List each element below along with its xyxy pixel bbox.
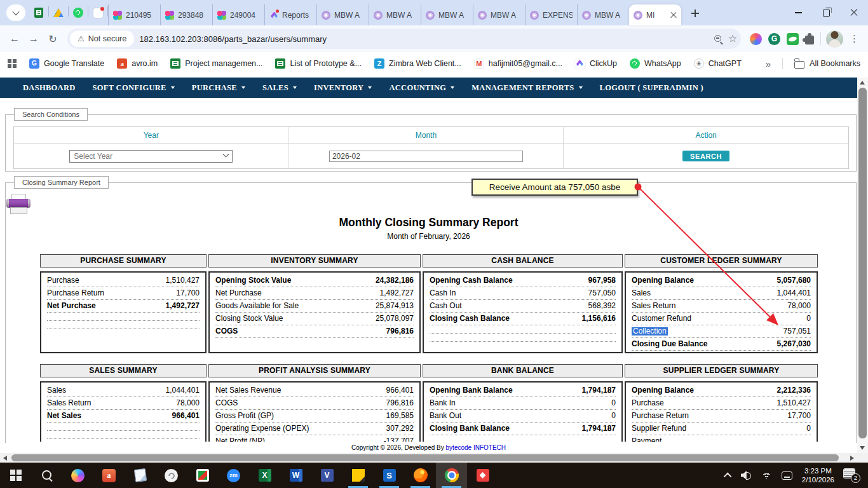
bookmark-item[interactable]: List of Prototype &... [275, 58, 362, 69]
browser-tab[interactable]: MI [629, 4, 681, 25]
taskbar-clock[interactable]: 3:23 PM 2/10/2026 [802, 466, 834, 484]
all-bookmarks-button[interactable]: All Bookmarks [794, 59, 860, 69]
adblock-icon[interactable] [787, 33, 799, 45]
browser-tab[interactable]: MBW A [577, 4, 629, 25]
bookmark-item[interactable]: ClickUp [575, 58, 617, 69]
volume-icon[interactable] [741, 471, 752, 480]
taskbar-bijoy-icon[interactable] [187, 463, 218, 488]
bookmark-item[interactable]: WhatsApp [630, 58, 681, 69]
taskbar-zoom-icon[interactable]: zm [218, 463, 249, 488]
profile-avatar[interactable] [826, 30, 843, 48]
reload-button[interactable]: ↻ [43, 29, 62, 48]
browser-tab[interactable]: MBW A [421, 4, 473, 25]
search-conditions-table: Year Month Action Select Year SEARCH [13, 126, 849, 169]
developer-link[interactable]: bytecode INFOTECH [446, 444, 506, 451]
browser-tab[interactable]: MBW A [316, 4, 369, 25]
tray-chevron-up-icon[interactable] [724, 472, 732, 480]
vertical-scroll-thumb[interactable] [858, 88, 867, 438]
nav-item[interactable]: MANAGEMENT REPORTS [471, 83, 582, 93]
apps-grid-icon[interactable] [8, 59, 17, 68]
wifi-icon[interactable] [761, 471, 772, 480]
row-value: 169,585 [386, 412, 414, 420]
browser-tab[interactable]: Reports [264, 4, 316, 25]
browser-tab[interactable]: 293848 [160, 4, 212, 25]
maximize-button[interactable] [812, 1, 840, 24]
row-value: -137,707 [384, 437, 414, 442]
pinned-tabs [29, 0, 108, 25]
scroll-up-icon[interactable] [860, 81, 865, 85]
taskbar-copilot-icon[interactable] [62, 463, 93, 488]
bookmark-item[interactable]: hafijmit05@gmail.c... [474, 58, 562, 69]
forward-button[interactable]: → [24, 29, 43, 48]
browser-tab[interactable]: 249004 [212, 4, 264, 25]
ime-keyboard-icon[interactable] [782, 471, 792, 480]
table-row: Cash Out 568,392 [430, 300, 616, 313]
bookmark-item[interactable]: Google Translate [29, 58, 104, 69]
nav-item[interactable]: DASHBOARD [23, 83, 76, 93]
zoom-icon[interactable] [714, 34, 723, 44]
tab-favicon [582, 11, 591, 20]
tab-close-icon[interactable] [670, 12, 677, 18]
taskbar-avro-icon[interactable]: a [93, 463, 125, 488]
vertical-scrollbar[interactable] [857, 78, 868, 453]
extensions-puzzle-icon[interactable] [805, 36, 814, 44]
nav-item[interactable]: ACCOUNTING [389, 83, 454, 93]
taskbar-whatsapp-icon[interactable] [156, 463, 187, 488]
back-button[interactable]: ← [5, 29, 24, 48]
url-text[interactable]: 182.163.102.203:8086/parts_bazar/users/s… [139, 34, 708, 44]
bookmark-item[interactable]: Zimbra Web Client... [374, 58, 461, 69]
notification-center-icon[interactable]: 2 [844, 469, 859, 482]
bookmark-item[interactable]: avro.im [117, 58, 158, 69]
scroll-right-icon[interactable] [850, 456, 854, 461]
extension-icon[interactable] [750, 33, 762, 45]
search-button[interactable]: SEARCH [682, 151, 729, 161]
pinned-tab-drive[interactable] [49, 3, 68, 23]
page-content: Search Conditions Year Month Action Sele… [0, 98, 868, 453]
browser-tab[interactable]: MBW A [369, 4, 421, 25]
horizontal-scrollbar[interactable] [0, 453, 868, 463]
taskbar-firefox-icon[interactable] [405, 463, 436, 488]
nav-item[interactable]: INVENTORY [314, 83, 372, 93]
scroll-left-icon[interactable] [3, 456, 7, 461]
browser-tab[interactable]: EXPENS [525, 4, 577, 25]
nav-item[interactable]: SOFT CONFIGURE [93, 83, 175, 93]
nav-item[interactable]: PURCHASE [192, 83, 245, 93]
site-security-chip[interactable]: ⚠ Not secure [70, 30, 134, 47]
browser-tab[interactable]: MBW A [473, 4, 525, 25]
close-button[interactable] [840, 1, 868, 24]
table-row [47, 321, 200, 329]
month-input[interactable] [329, 151, 523, 162]
grammarly-icon[interactable]: G [768, 33, 780, 45]
bookmark-item[interactable]: Project managemen... [170, 58, 262, 69]
tab-search-button[interactable] [6, 4, 25, 21]
nav-item[interactable]: LOGOUT ( SUPERADMIN ) [600, 83, 703, 93]
taskbar-stickynotes-icon[interactable] [342, 463, 374, 488]
pinned-tab-sheets[interactable] [29, 3, 48, 23]
bookmark-item[interactable]: ChatGPT [694, 58, 742, 69]
taskbar-anydesk-icon[interactable] [467, 463, 498, 488]
year-select[interactable]: Select Year [69, 150, 233, 163]
pinned-tab-clickup[interactable] [88, 3, 107, 23]
taskbar-chrome-icon[interactable] [436, 463, 467, 488]
minimize-button[interactable] [784, 1, 812, 24]
bookmarks-overflow-icon[interactable]: » [766, 58, 771, 69]
print-icon[interactable] [6, 194, 31, 214]
browser-tab[interactable]: 210495 [108, 4, 160, 25]
pinned-tab-whatsapp[interactable] [69, 3, 88, 23]
chevron-down-icon [223, 151, 229, 158]
browser-menu-icon[interactable]: ⋮ [846, 33, 863, 44]
new-tab-button[interactable] [686, 4, 704, 22]
taskbar-search-icon[interactable] [31, 463, 62, 488]
address-bar[interactable]: ⚠ Not secure 182.163.102.203:8086/parts_… [67, 29, 741, 49]
taskbar-excel-icon[interactable]: X [249, 463, 280, 488]
row-label: Purchase [632, 399, 664, 407]
bookmark-star-icon[interactable]: ☆ [728, 34, 737, 44]
taskbar-notes-icon[interactable] [125, 463, 156, 488]
taskbar-start-icon[interactable] [0, 463, 31, 488]
taskbar-word-icon[interactable]: W [280, 463, 311, 488]
taskbar-visio-icon[interactable]: V [311, 463, 342, 488]
nav-item[interactable]: SALES [262, 83, 297, 93]
taskbar-s-app-icon[interactable]: S [374, 463, 405, 488]
scroll-down-icon[interactable] [860, 446, 865, 450]
horizontal-scroll-thumb[interactable] [11, 454, 839, 461]
